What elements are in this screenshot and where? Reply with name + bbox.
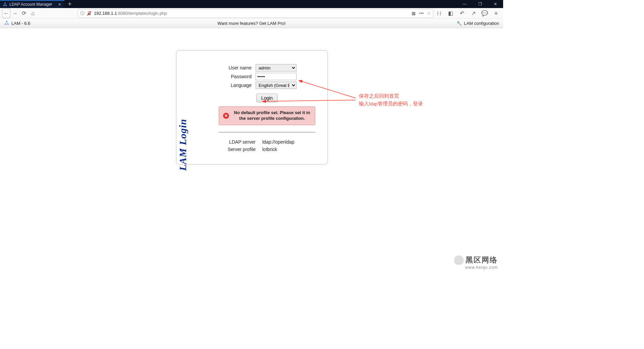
url-text: 192.168.1.1:8080/templates/login.php: [94, 11, 410, 16]
watermark-logo-icon: [454, 255, 464, 265]
new-tab-button[interactable]: +: [64, 0, 75, 8]
error-message: ✕ No default profile set. Please set it …: [219, 106, 315, 125]
svg-line-12: [7, 21, 8, 24]
tab-title: LDAP Account Manager: [9, 2, 52, 7]
password-label: Password: [219, 74, 256, 79]
language-label: Language: [219, 83, 256, 88]
window-close-button[interactable]: ✕: [488, 0, 503, 8]
share-icon[interactable]: ↗: [468, 9, 478, 18]
lam-configuration-label: LAM configuration: [464, 21, 499, 26]
tab-favicon-icon: [3, 2, 7, 7]
svg-line-4: [5, 3, 6, 6]
server-profile-label: Server profile: [219, 147, 262, 152]
lam-logo-icon: [4, 20, 9, 27]
back-button[interactable]: ←: [2, 9, 10, 18]
lam-configuration-link[interactable]: 🔧 LAM configuration: [457, 21, 499, 26]
qr-icon[interactable]: ▦: [412, 11, 416, 16]
error-icon: ✕: [223, 113, 229, 119]
watermark: 黑区网络 www.heiqu.com: [454, 255, 498, 270]
ldap-server-value: ldap://openldap: [262, 139, 294, 145]
svg-line-11: [5, 21, 7, 24]
url-bar[interactable]: ⓘ 192.168.1.1:8080/templates/login.php ▦…: [78, 9, 433, 18]
chat-icon[interactable]: 💬: [480, 9, 490, 18]
browser-titlebar: LDAP Account Manager × + — ❐ ✕: [0, 0, 503, 8]
insecure-icon: [87, 11, 92, 16]
browser-tab[interactable]: LDAP Account Manager ×: [0, 0, 64, 8]
menu-icon[interactable]: ≡: [491, 9, 501, 18]
login-card: LAM Login User name admin Password Langu…: [176, 50, 328, 164]
sidebar-icon[interactable]: ◧: [445, 9, 455, 18]
login-button[interactable]: Login: [256, 94, 278, 102]
watermark-title: 黑区网络: [466, 255, 498, 265]
bookmark-star-icon[interactable]: ☆: [427, 11, 431, 16]
forward-button[interactable]: →: [11, 9, 19, 18]
annotation-text: 保存之后回到首页 输入ldap管理员的密码，登录: [359, 92, 423, 107]
site-info-icon[interactable]: ⓘ: [80, 10, 85, 16]
username-label: User name: [219, 65, 256, 70]
page-actions-icon[interactable]: •••: [419, 11, 424, 16]
reload-button[interactable]: ⟳: [20, 9, 28, 18]
svg-line-3: [4, 3, 5, 6]
password-input[interactable]: [256, 73, 297, 80]
username-select[interactable]: admin: [256, 64, 297, 71]
undo-icon[interactable]: ↶: [457, 9, 467, 18]
library-icon[interactable]: ⫶⫶: [434, 9, 444, 18]
server-profile-value: lotbrick: [262, 147, 277, 152]
window-maximize-button[interactable]: ❐: [472, 0, 488, 8]
ldap-server-label: LDAP server: [219, 139, 262, 145]
language-select[interactable]: English (Great Britain): [256, 82, 297, 89]
app-header: LAM - 6.6 Want more features? Get LAM Pr…: [0, 19, 503, 28]
side-logo: LAM Login: [189, 64, 209, 154]
error-text: No default profile set. Please set it in…: [233, 110, 311, 121]
app-brand: LAM - 6.6: [11, 21, 30, 26]
wrench-icon: 🔧: [457, 21, 462, 26]
browser-toolbar: ← → ⟳ ⌂ ⓘ 192.168.1.1:8080/templates/log…: [0, 8, 503, 19]
tab-close-icon[interactable]: ×: [58, 2, 61, 7]
divider: [219, 132, 315, 133]
pro-link[interactable]: Want more features? Get LAM Pro!: [217, 21, 285, 26]
window-minimize-button[interactable]: —: [457, 0, 472, 8]
watermark-url: www.heiqu.com: [454, 265, 498, 270]
home-button[interactable]: ⌂: [29, 9, 37, 18]
